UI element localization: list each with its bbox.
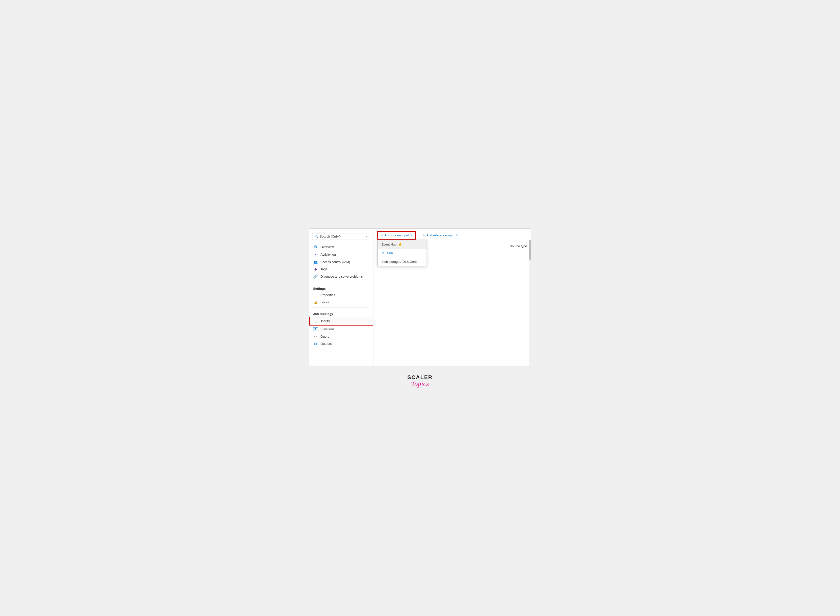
search-icon: 🔍 [314, 235, 318, 238]
sidebar-item-label-activity-log: Activity log [321, 253, 336, 257]
dropdown-item-blob-storage[interactable]: Blob storage/ADLS Gen2 [378, 257, 427, 266]
sidebar-item-properties[interactable]: ⚌ Properties [309, 292, 373, 299]
sidebar-item-label-locks: Locks [321, 300, 329, 304]
reference-dropdown-chevron: ∨ [456, 234, 458, 237]
sidebar-item-label-overview: Overview [321, 245, 334, 249]
add-reference-input-button[interactable]: + Add reference input ∨ [420, 232, 461, 239]
sidebar-item-label-tags: Tags [321, 267, 327, 271]
access-control-icon: 👥 [313, 260, 318, 264]
scroll-thumb[interactable] [529, 240, 531, 260]
sidebar-item-outputs[interactable]: ⊡ Outputs [309, 340, 373, 347]
sidebar-item-locks[interactable]: 🔒 Locks [309, 299, 373, 306]
diagnose-icon: 🔗 [313, 274, 318, 279]
sidebar-item-label-functions: Functions [321, 327, 334, 331]
overview-icon: ⚙ [313, 245, 318, 249]
sidebar-item-label-inputs: Inputs [321, 319, 330, 323]
iot-hub-label: IoT Hub [381, 251, 393, 255]
add-stream-input-button[interactable]: + Add stream input ∨ [377, 231, 416, 240]
query-icon: <> [313, 335, 318, 338]
search-placeholder: Search (Ctrl+/) [320, 235, 341, 238]
sidebar-item-access-control[interactable]: 👥 Access control (IAM) [309, 258, 373, 265]
sidebar: 🔍 Search (Ctrl+/) « ⚙ Overview ▪ Activit… [309, 229, 374, 367]
collapse-button[interactable]: « [366, 235, 368, 238]
sidebar-item-inputs[interactable]: ⊟ Inputs [309, 317, 373, 326]
settings-section-label: Settings [309, 284, 373, 292]
sidebar-item-functions[interactable]: [A] Functions [309, 326, 373, 333]
sidebar-item-label-diagnose: Diagnose and solve problems [321, 275, 363, 279]
inputs-icon: ⊟ [314, 319, 319, 323]
scaler-text: SCALER [407, 375, 432, 380]
sidebar-item-tags[interactable]: ◆ Tags [309, 265, 373, 273]
divider-job-topology [313, 307, 369, 308]
sidebar-item-query[interactable]: <> Query [309, 333, 373, 340]
blob-storage-label: Blob storage/ADLS Gen2 [381, 260, 418, 264]
cursor-indicator: ☝ [398, 242, 402, 246]
sidebar-item-label-query: Query [321, 335, 329, 338]
dropdown-item-event-hub[interactable]: Event Hub ☝ [378, 240, 427, 249]
sidebar-item-overview[interactable]: ⚙ Overview [309, 243, 373, 251]
divider-settings [313, 282, 369, 282]
functions-icon: [A] [313, 327, 318, 331]
scaler-topics-logo: SCALER Topics [407, 375, 432, 388]
content-area: 🔍 Search (Ctrl+/) « ⚙ Overview ▪ Activit… [309, 229, 531, 367]
sidebar-item-label-properties: Properties [321, 293, 335, 297]
plus-icon-stream: + [381, 233, 383, 238]
main-panel: + Add stream input ∨ + Add reference inp… [374, 229, 531, 367]
outputs-icon: ⊡ [313, 342, 318, 346]
main-window: 🔍 Search (Ctrl+/) « ⚙ Overview ▪ Activit… [309, 229, 531, 367]
dropdown-item-iot-hub[interactable]: IoT Hub [378, 249, 427, 257]
sidebar-item-label-access-control: Access control (IAM) [321, 260, 350, 264]
job-topology-section-label: Job topology [309, 309, 373, 317]
topics-text: Topics [411, 380, 429, 388]
tags-icon: ◆ [313, 267, 318, 271]
properties-icon: ⚌ [313, 293, 318, 297]
event-hub-label: Event Hub [381, 242, 397, 246]
source-type-column-header: Source type [510, 244, 527, 248]
search-box[interactable]: 🔍 Search (Ctrl+/) « [312, 233, 370, 240]
sidebar-item-diagnose[interactable]: 🔗 Diagnose and solve problems [309, 273, 373, 280]
add-reference-input-label: Add reference input [426, 233, 454, 237]
stream-dropdown-chevron: ∨ [410, 234, 412, 237]
sidebar-item-label-outputs: Outputs [321, 342, 332, 346]
scroll-track[interactable] [529, 240, 531, 367]
activity-log-icon: ▪ [313, 253, 318, 257]
stream-input-dropdown: Event Hub ☝ IoT Hub Blob storage/ADLS Ge… [377, 240, 427, 266]
add-stream-input-label: Add stream input [384, 233, 409, 237]
locks-icon: 🔒 [313, 300, 318, 304]
plus-icon-reference: + [422, 233, 425, 238]
sidebar-item-activity-log[interactable]: ▪ Activity log [309, 251, 373, 258]
